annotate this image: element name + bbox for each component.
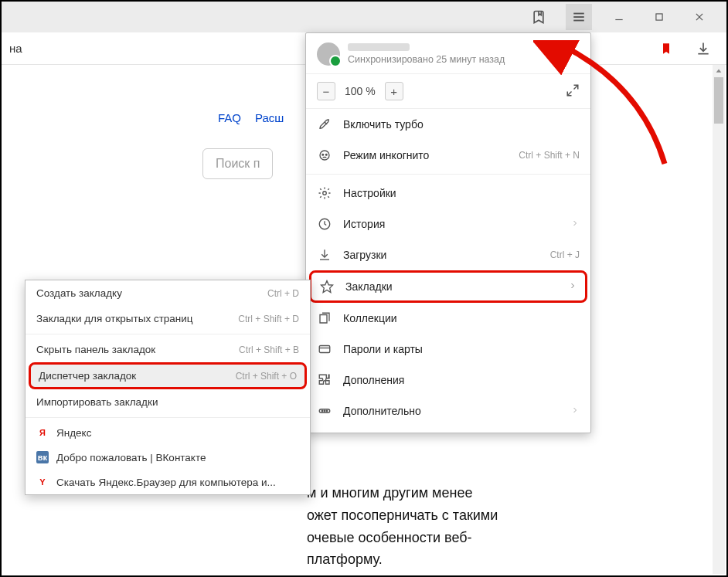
collections-icon [317, 311, 332, 326]
bookmark-item-vk[interactable]: вк Добро пожаловать | ВКонтакте [26, 445, 310, 470]
menu-zoom-row: − 100 % + [306, 74, 590, 109]
menu-more[interactable]: Дополнительно [306, 395, 590, 426]
chevron-down-icon [569, 48, 580, 61]
svg-line-8 [567, 91, 571, 95]
chevron-right-icon [570, 405, 580, 417]
svg-rect-4 [656, 14, 662, 20]
para-line: платформу. [307, 548, 539, 571]
zoom-value: 100 % [340, 85, 380, 97]
puzzle-icon [317, 372, 332, 388]
menu-label: Дополнения [343, 374, 580, 386]
submenu-label: Скрыть панель закладок [36, 344, 231, 355]
bookmark-label: Добро пожаловать | ВКонтакте [56, 452, 206, 463]
menu-label: Включить турбо [343, 118, 580, 131]
scroll-thumb[interactable] [714, 77, 723, 124]
svg-marker-14 [321, 281, 333, 293]
addressbar-text-fragment: на [9, 42, 22, 55]
submenu-label: Закладки для открытых страниц [36, 313, 230, 324]
search-placeholder: Поиск п [216, 157, 260, 170]
chevron-right-icon [568, 280, 577, 293]
svg-point-11 [325, 154, 327, 155]
zoom-in-button[interactable]: + [385, 82, 403, 100]
menu-label: Коллекции [343, 312, 580, 324]
submenu-create-bookmark[interactable]: Создать закладку Ctrl + D [26, 280, 310, 306]
menu-collections[interactable]: Коллекции [306, 303, 590, 334]
submenu-bookmark-open-tabs[interactable]: Закладки для открытых страниц Ctrl + Shi… [26, 306, 310, 331]
bookmark-flag-icon[interactable] [660, 41, 672, 56]
submenu-shortcut: Ctrl + Shift + O [236, 371, 297, 382]
svg-marker-21 [716, 70, 722, 73]
titlebar [2, 2, 726, 32]
star-icon [319, 279, 335, 294]
download-icon [317, 247, 332, 263]
toolbar-right [660, 41, 711, 56]
menu-label: Режим инкогнито [343, 149, 508, 161]
svg-rect-15 [319, 346, 330, 353]
submenu-label: Создать закладку [36, 287, 260, 299]
yandex-icon: Я [36, 426, 49, 439]
menu-settings[interactable]: Настройки [306, 178, 590, 209]
submenu-shortcut: Ctrl + D [267, 288, 299, 299]
window-maximize-button[interactable] [646, 4, 672, 30]
vertical-scrollbar[interactable] [713, 65, 725, 574]
bookmark-item-yabrowser[interactable]: Y Скачать Яндекс.Браузер для компьютера … [26, 470, 310, 494]
bookmark-item-yandex[interactable]: Я Яндекс [26, 420, 310, 445]
para-line: очевые особенности веб- [307, 527, 539, 549]
page-nav-links: FAQ Расш [218, 111, 284, 124]
menu-history[interactable]: История [306, 209, 590, 239]
card-icon [317, 341, 332, 357]
dots-icon [317, 403, 332, 419]
svg-point-10 [322, 154, 324, 155]
submenu-label: Импортировать закладки [36, 396, 299, 408]
bookmark-label: Яндекс [56, 427, 91, 439]
menu-passwords[interactable]: Пароли и карты [306, 334, 590, 365]
link-faq[interactable]: FAQ [218, 111, 241, 124]
para-line: м и многим другим менее [307, 482, 539, 504]
svg-point-9 [320, 151, 329, 160]
chevron-right-icon [570, 218, 580, 230]
history-icon [317, 216, 332, 232]
svg-line-7 [574, 85, 578, 89]
bookmark-label: Скачать Яндекс.Браузер для компьютера и.… [56, 477, 276, 488]
menu-label: Настройки [343, 187, 580, 199]
menu-incognito[interactable]: Режим инкогнито Ctrl + Shift + N [306, 140, 590, 171]
sync-status: Синхронизировано 25 минут назад [348, 54, 561, 65]
hamburger-menu-button[interactable] [566, 4, 592, 30]
scroll-up-arrow[interactable] [713, 65, 725, 77]
rocket-icon [317, 117, 332, 132]
menu-profile-header[interactable]: Синхронизировано 25 минут назад [306, 33, 590, 74]
menu-label: Дополнительно [343, 405, 560, 417]
bookmarks-submenu: Создать закладку Ctrl + D Закладки для о… [25, 280, 311, 495]
svg-point-20 [326, 410, 328, 412]
bookmarks-bar-icon[interactable] [526, 4, 552, 30]
submenu-shortcut: Ctrl + Shift + D [238, 314, 299, 324]
gear-icon [317, 185, 332, 201]
downloads-icon[interactable] [696, 41, 711, 56]
menu-addons[interactable]: Дополнения [306, 365, 590, 395]
menu-label: Закладки [345, 280, 557, 293]
submenu-hide-panel[interactable]: Скрыть панель закладок Ctrl + Shift + B [26, 337, 310, 362]
main-menu: Синхронизировано 25 минут назад − 100 % … [305, 32, 591, 433]
submenu-bookmark-manager[interactable]: Диспетчер закладок Ctrl + Shift + O [29, 362, 307, 389]
search-input[interactable]: Поиск п [202, 148, 273, 179]
submenu-import-bookmarks[interactable]: Импортировать закладки [26, 389, 310, 415]
username-blurred [348, 43, 410, 51]
menu-label: Загрузки [343, 249, 539, 261]
submenu-label: Диспетчер закладок [39, 370, 228, 382]
para-line: ожет посоперничать с такими [307, 504, 539, 527]
fullscreen-icon[interactable] [566, 83, 580, 100]
svg-point-19 [324, 410, 325, 412]
avatar [317, 42, 340, 66]
window-close-button[interactable] [686, 4, 713, 30]
submenu-shortcut: Ctrl + Shift + B [239, 345, 299, 355]
menu-shortcut: Ctrl + Shift + N [519, 150, 580, 161]
menu-separator [306, 174, 590, 175]
link-extensions[interactable]: Расш [255, 111, 284, 124]
submenu-separator [26, 334, 310, 334]
menu-bookmarks[interactable]: Закладки [309, 270, 587, 303]
mask-icon [317, 148, 332, 163]
menu-downloads[interactable]: Загрузки Ctrl + J [306, 239, 590, 270]
zoom-out-button[interactable]: − [317, 82, 335, 100]
window-minimize-button[interactable] [606, 4, 632, 30]
menu-turbo[interactable]: Включить турбо [306, 109, 590, 140]
